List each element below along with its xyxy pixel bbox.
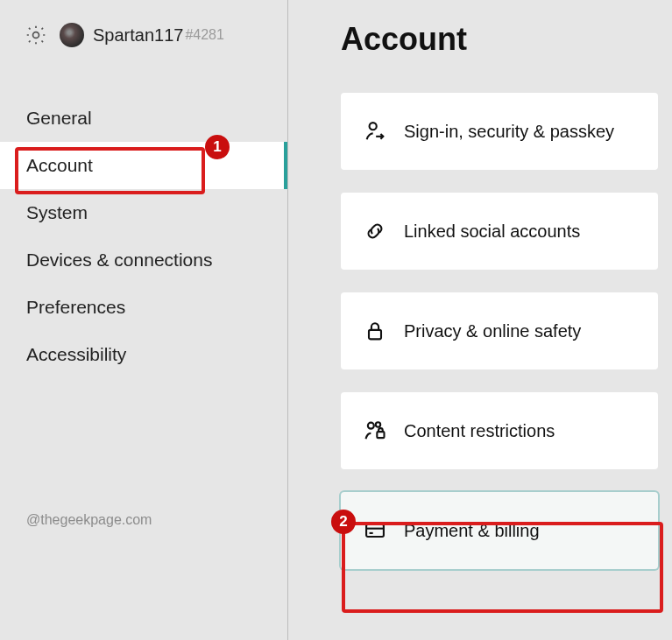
svg-point-1: [370, 123, 377, 130]
main-panel: Account Sign-in, security & passkey Link…: [288, 0, 672, 640]
user-tag: #4281: [185, 27, 224, 43]
card-label: Content restrictions: [404, 419, 555, 443]
lock-icon: [357, 319, 393, 343]
card-signin-security[interactable]: Sign-in, security & passkey: [341, 93, 658, 170]
card-label: Privacy & online safety: [404, 320, 581, 343]
nav-label: Account: [26, 155, 93, 176]
people-lock-icon: [357, 418, 393, 443]
svg-point-0: [33, 32, 39, 39]
gear-icon[interactable]: [25, 24, 47, 46]
profile-row[interactable]: Spartan117 #4281: [0, 18, 287, 53]
card-label: Sign-in, security & passkey: [404, 120, 614, 144]
card-linked-social[interactable]: Linked social accounts: [341, 193, 658, 270]
link-icon: [357, 219, 393, 243]
svg-rect-2: [369, 330, 381, 340]
nav-label: System: [26, 202, 88, 223]
svg-point-3: [368, 423, 374, 429]
sidebar: Spartan117 #4281 General Account System …: [0, 0, 288, 640]
card-label: Payment & billing: [404, 519, 540, 543]
nav-label: Accessibility: [26, 344, 126, 365]
svg-rect-6: [366, 524, 384, 537]
username: Spartan117: [93, 25, 183, 46]
person-arrow-icon: [357, 119, 393, 144]
nav-label: General: [26, 108, 92, 129]
card-icon: [357, 518, 393, 543]
card-label: Linked social accounts: [404, 220, 580, 243]
avatar[interactable]: [60, 23, 84, 47]
nav-item-accessibility[interactable]: Accessibility: [0, 331, 287, 378]
card-privacy[interactable]: Privacy & online safety: [341, 292, 658, 369]
nav-item-account[interactable]: Account: [0, 142, 287, 189]
nav-item-preferences[interactable]: Preferences: [0, 284, 287, 331]
nav-item-system[interactable]: System: [0, 189, 287, 236]
settings-nav: General Account System Devices & connect…: [0, 95, 287, 378]
svg-rect-5: [377, 432, 384, 438]
card-payment-billing[interactable]: Payment & billing: [341, 492, 658, 569]
nav-label: Preferences: [26, 297, 125, 318]
nav-label: Devices & connections: [26, 250, 212, 271]
watermark: @thegeekpage.com: [26, 512, 152, 528]
svg-point-4: [376, 422, 380, 426]
nav-item-devices[interactable]: Devices & connections: [0, 236, 287, 284]
page-title: Account: [341, 21, 658, 58]
nav-item-general[interactable]: General: [0, 95, 287, 142]
card-content-restrictions[interactable]: Content restrictions: [341, 392, 658, 469]
